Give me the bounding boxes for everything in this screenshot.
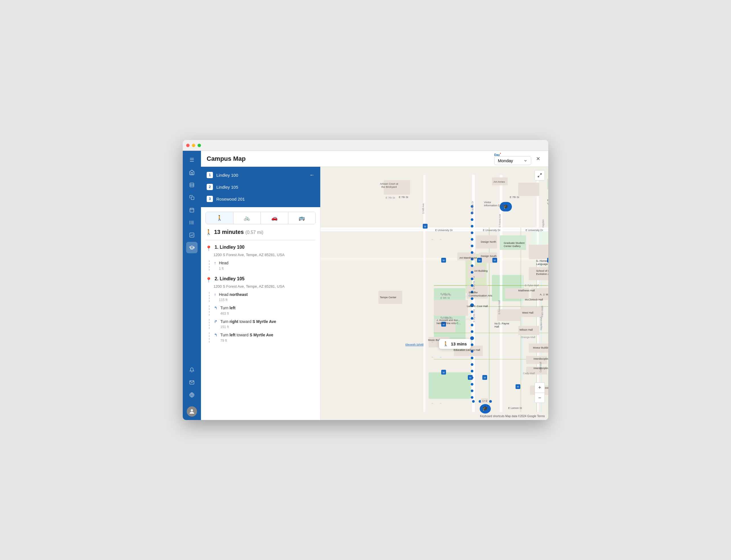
close-button[interactable]: ✕ <box>534 154 543 163</box>
nav-document-icon[interactable] <box>186 179 197 191</box>
svg-rect-0 <box>190 183 194 187</box>
instruction-2a: ↑ Head northeast 115 ft <box>209 292 316 302</box>
location-item-2[interactable]: 2 Lindley 105 <box>204 181 317 193</box>
transport-car-tab[interactable]: 🚗 <box>261 212 288 224</box>
close-button[interactable] <box>186 144 189 147</box>
zoom-in-button[interactable]: + <box>535 382 545 393</box>
location-num-3: 3 <box>207 196 213 202</box>
svg-text:M: M <box>469 376 471 379</box>
svg-text:Matthews Hall: Matthews Hall <box>518 289 535 292</box>
svg-text:Evolution and Social...: Evolution and Social... <box>536 273 548 275</box>
map-area[interactable]: 3 🎓 1 • 2 🎓 M <box>320 167 548 420</box>
svg-text:Art Annex: Art Annex <box>494 180 505 183</box>
instruction-2d: ↰ Turn left toward S Myrtle Ave 79 ft <box>209 332 316 343</box>
instruction-dist-2c: 151 ft <box>220 325 276 329</box>
day-dropdown[interactable]: Monday <box>494 156 531 165</box>
instruction-content-2d: Turn left toward S Myrtle Ave 79 ft <box>220 332 273 343</box>
nav-chart-icon[interactable] <box>186 229 197 241</box>
svg-text:E 7th St: E 7th St <box>510 196 519 199</box>
svg-point-89 <box>471 231 474 234</box>
svg-text:Center Gallery: Center Gallery <box>504 245 521 248</box>
nav-home-icon[interactable] <box>186 167 197 178</box>
instruction-dist-2a: 115 ft <box>219 298 248 302</box>
map-attribution: Keyboard shortcuts Map data ©2024 Google… <box>480 415 545 418</box>
day-selector: Day* Monday <box>494 152 531 165</box>
zoom-out-button[interactable]: − <box>535 393 545 403</box>
svg-text:→: → <box>439 356 442 359</box>
user-avatar[interactable] <box>187 406 197 417</box>
day-label: Day* <box>494 152 531 157</box>
svg-point-114 <box>471 396 474 399</box>
app-body: ☰ <box>183 151 548 420</box>
svg-text:E Lemon St: E Lemon St <box>508 407 522 409</box>
transport-walk-tab[interactable]: 🚶 <box>206 212 233 224</box>
svg-text:Nelson Fine Arts C...: Nelson Fine Arts C... <box>437 322 461 325</box>
instruction-text-2b: Turn left <box>220 306 235 310</box>
fullscreen-button[interactable] <box>535 170 545 180</box>
arrow-up-icon: ↑ <box>214 261 216 265</box>
svg-point-92 <box>471 251 474 254</box>
nav-menu-icon[interactable]: ☰ <box>186 154 197 166</box>
day-value: Monday <box>498 158 521 163</box>
svg-point-103 <box>471 324 474 326</box>
svg-line-244 <box>540 174 542 175</box>
svg-point-109 <box>471 363 474 366</box>
location-item-1[interactable]: 1 Lindley 100 ← <box>204 169 317 181</box>
svg-point-91 <box>471 245 474 247</box>
instruction-dist-1: 1 ft <box>219 267 228 271</box>
tooltip-walk-icon: 🚶 <box>443 341 449 347</box>
svg-point-94 <box>471 264 474 267</box>
svg-text:→: → <box>439 402 442 405</box>
svg-text:E-Tyler-Mall: E-Tyler-Mall <box>525 284 539 287</box>
minimize-button[interactable] <box>192 144 195 147</box>
nav-mail-icon[interactable] <box>186 377 197 388</box>
svg-text:E 7th St: E 7th St <box>386 196 395 199</box>
location-item-3[interactable]: 3 Rosewood 201 <box>204 193 317 205</box>
nav-bell-icon[interactable] <box>186 364 197 376</box>
svg-text:M: M <box>494 259 496 262</box>
transport-bike-tab[interactable]: 🚲 <box>233 212 261 224</box>
walk-duration-icon: 🚶 <box>205 229 212 235</box>
nav-graduation-icon[interactable] <box>186 242 197 253</box>
svg-text:McClintock Hall: McClintock Hall <box>525 298 543 301</box>
nav-copy-icon[interactable] <box>186 192 197 203</box>
svg-text:A. J. Matthews Center: A. J. Matthews Center <box>540 293 548 296</box>
content-area: Campus Map Day* Monday ✕ <box>201 151 548 420</box>
svg-point-106 <box>471 343 474 346</box>
svg-text:Stauffer: Stauffer <box>469 291 478 294</box>
svg-rect-45 <box>547 179 548 189</box>
instruction-content-2c: Turn right toward S Myrtle Ave 151 ft <box>220 319 276 329</box>
svg-text:Tempe Center: Tempe Center <box>380 296 396 299</box>
instruction-dist-2b: 463 ft <box>220 312 235 316</box>
svg-rect-50 <box>529 245 548 259</box>
zoom-controls: + − <box>535 382 545 403</box>
svg-text:Lattie F. Coor Hall: Lattie F. Coor Hall <box>467 305 488 308</box>
instruction-text-2d: Turn left toward S Myrtle Ave <box>220 333 273 337</box>
svg-point-104 <box>471 330 474 333</box>
tooltip-time: 13 mins <box>451 341 467 346</box>
step-1-header: 📍 1. Lindley 100 <box>205 245 316 252</box>
nav-globe-icon[interactable] <box>186 389 197 401</box>
turn-left-2-icon: ↰ <box>214 333 217 337</box>
back-arrow-icon[interactable]: ← <box>309 172 314 178</box>
app-window: ☰ <box>183 140 548 420</box>
svg-text:Design North: Design North <box>481 240 496 243</box>
nav-calendar-icon[interactable] <box>186 204 197 216</box>
svg-text:S Myrtle Ave: S Myrtle Ave <box>473 276 475 289</box>
svg-point-113 <box>471 390 474 392</box>
svg-text:🎓: 🎓 <box>482 405 488 411</box>
step-1-title: 1. Lindley 100 <box>215 245 244 250</box>
instruction-text-2c: Turn right toward S Myrtle Ave <box>220 319 276 324</box>
svg-text:Mirabella Dr: Mirabella Dr <box>471 201 474 214</box>
svg-text:Visitor Parking: Visitor Parking <box>547 202 548 205</box>
page-title: Campus Map <box>207 155 494 162</box>
svg-point-118 <box>489 400 492 403</box>
step-group-1: 📍 1. Lindley 100 1200 S Forest Ave, Temp… <box>205 245 316 271</box>
nav-list-icon[interactable] <box>186 217 197 228</box>
svg-text:1 • 2: 1 • 2 <box>483 400 487 402</box>
duration-minutes: 13 minutes (0.57 mi) <box>214 229 263 235</box>
transport-bus-tab[interactable]: 🚌 <box>288 212 316 224</box>
instruction-text-2a: Head northeast <box>219 292 248 297</box>
svg-rect-27 <box>320 258 548 260</box>
maximize-button[interactable] <box>197 144 201 147</box>
